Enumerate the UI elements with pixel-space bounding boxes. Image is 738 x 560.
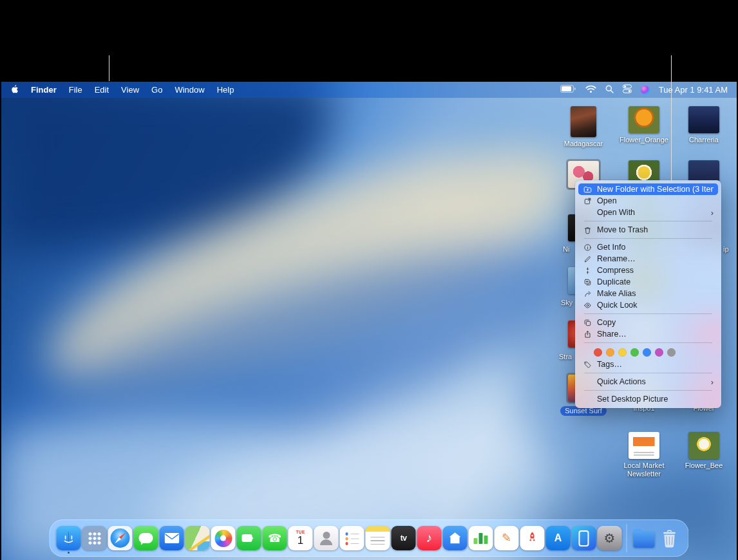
menu-item-quick-look[interactable]: Quick Look	[578, 299, 718, 311]
desktop-icon-label: Flower_Bee	[685, 462, 723, 470]
dock-item-reminders[interactable]	[340, 526, 364, 550]
dock-item-games[interactable]	[520, 526, 545, 550]
dock-item-mail[interactable]	[160, 526, 184, 550]
menu-item-compress[interactable]: Compress	[578, 265, 718, 276]
tag-color-dot[interactable]	[606, 348, 614, 357]
tag-icon	[583, 360, 592, 369]
tag-color-dot[interactable]	[643, 348, 651, 357]
dock-item-iphone-mirroring[interactable]	[572, 526, 596, 550]
newsletter-thumbnail	[629, 432, 659, 459]
context-menu: New Folder with Selection (3 Items) Open…	[575, 180, 721, 408]
apple-menu[interactable]	[10, 84, 19, 96]
desktop-icon-label-partial: Sky	[561, 299, 572, 306]
spotlight-icon[interactable]	[605, 85, 614, 95]
menu-item-label: Rename…	[597, 254, 636, 263]
iphone-outline-icon	[579, 530, 589, 546]
dock-item-facetime[interactable]	[237, 526, 261, 550]
dock-item-trash[interactable]	[658, 526, 682, 550]
menu-go[interactable]: Go	[151, 85, 162, 95]
bar-chart-icon	[474, 532, 488, 544]
dock-item-finder[interactable]	[57, 526, 81, 550]
siri-icon[interactable]	[641, 86, 650, 95]
desktop-icon-label: Local Market Newsletter	[618, 462, 670, 478]
menu-item-label: Make Alias	[597, 289, 636, 298]
menu-item-quick-actions[interactable]: Quick Actions ›	[578, 376, 718, 387]
calendar-day: 1	[298, 535, 303, 546]
menu-item-label: Quick Actions	[597, 377, 646, 386]
desktop-icon-charreria[interactable]: Charreria	[673, 106, 735, 144]
no-icon	[583, 208, 592, 218]
dock-item-tv[interactable]: tv	[392, 526, 416, 550]
menu-item-tags[interactable]: Tags…	[578, 359, 718, 370]
menu-item-label: Tags…	[597, 360, 622, 369]
rocket-icon	[525, 530, 540, 546]
dock-separator	[627, 524, 627, 552]
menu-item-open[interactable]: Open	[578, 195, 718, 207]
menu-bar-clock[interactable]: Tue Apr 1 9:41 AM	[659, 85, 728, 95]
desktop-icon-label-partial: Ni	[563, 245, 569, 253]
dock-item-system-settings[interactable]: ⚙	[598, 526, 622, 550]
desktop-icon-local-market-newsletter[interactable]: Local Market Newsletter	[613, 432, 675, 478]
rename-pencil-icon	[583, 254, 592, 264]
desktop-icon-label: Flower_Orange	[620, 136, 668, 144]
menu-item-label: Get Info	[597, 243, 625, 252]
menu-file[interactable]: File	[69, 85, 82, 95]
tag-color-dot[interactable]	[594, 348, 602, 357]
video-camera-icon	[242, 534, 252, 542]
menu-edit[interactable]: Edit	[95, 85, 109, 95]
control-center-icon[interactable]	[623, 84, 632, 95]
menu-item-set-desktop-picture[interactable]: Set Desktop Picture	[578, 393, 718, 405]
dock-item-calendar[interactable]: Tue 1	[289, 526, 313, 550]
menu-item-share[interactable]: Share…	[578, 328, 718, 340]
dock-item-contacts[interactable]	[314, 526, 339, 550]
person-silhouette-icon	[323, 532, 330, 539]
menu-item-rename[interactable]: Rename…	[578, 253, 718, 265]
dock-item-phone[interactable]: ☎	[263, 526, 287, 550]
menu-item-label: Open With	[597, 208, 635, 217]
tag-color-dot[interactable]	[655, 348, 663, 357]
menu-item-move-to-trash[interactable]: Move to Trash	[578, 224, 718, 236]
launchpad-grid-icon	[88, 532, 101, 545]
dock-item-downloads[interactable]	[632, 526, 656, 550]
menu-help[interactable]: Help	[217, 85, 234, 95]
menu-item-open-with[interactable]: Open With ›	[578, 207, 718, 218]
menu-item-duplicate[interactable]: Duplicate	[578, 276, 718, 288]
reminders-list-icon	[345, 531, 359, 545]
dock-item-photos[interactable]	[211, 526, 236, 550]
battery-icon[interactable]	[560, 85, 576, 95]
desktop-icon-madagascar[interactable]: Madagascar	[553, 106, 614, 148]
menu-item-get-info[interactable]: Get Info	[578, 241, 718, 253]
tag-color-dot[interactable]	[618, 348, 627, 357]
dock-item-messages[interactable]	[134, 526, 158, 550]
dock-item-music[interactable]: ♪	[417, 526, 442, 550]
menu-item-label: Duplicate	[597, 277, 630, 286]
app-store-a-glyph: A	[554, 532, 562, 544]
downloads-folder-icon	[633, 532, 654, 548]
compress-icon	[583, 266, 592, 275]
dock-item-notes[interactable]	[366, 526, 390, 550]
menu-item-copy[interactable]: Copy	[578, 317, 718, 328]
menu-item-make-alias[interactable]: Make Alias	[578, 288, 718, 299]
menu-view[interactable]: View	[121, 85, 139, 95]
dock-item-pages[interactable]: ✎	[495, 526, 519, 550]
desktop-icon-flower-orange[interactable]: Flower_Orange	[613, 106, 675, 144]
wifi-icon[interactable]	[585, 85, 596, 95]
dock-item-numbers[interactable]	[469, 526, 493, 550]
dock-item-safari[interactable]	[108, 526, 133, 550]
desktop-icon-flower-bee[interactable]: Flower_Bee	[673, 432, 735, 470]
menu-finder[interactable]: Finder	[31, 85, 57, 95]
house-icon	[448, 531, 462, 545]
dock-item-launchpad[interactable]	[82, 526, 107, 550]
menu-window[interactable]: Window	[175, 85, 204, 95]
dock-item-maps[interactable]	[185, 526, 210, 550]
envelope-icon	[164, 533, 179, 543]
menu-separator	[584, 390, 712, 391]
tag-color-dot[interactable]	[667, 348, 676, 357]
menu-item-new-folder-with-selection[interactable]: New Folder with Selection (3 Items)	[578, 183, 718, 195]
dock-item-home[interactable]	[443, 526, 468, 550]
photos-pinwheel-icon	[214, 530, 232, 547]
madagascar-thumbnail	[571, 106, 596, 137]
tag-color-dot[interactable]	[630, 348, 639, 357]
desktop-icon-label-partial: Stra	[559, 353, 572, 360]
dock-item-app-store[interactable]: A	[546, 526, 571, 550]
